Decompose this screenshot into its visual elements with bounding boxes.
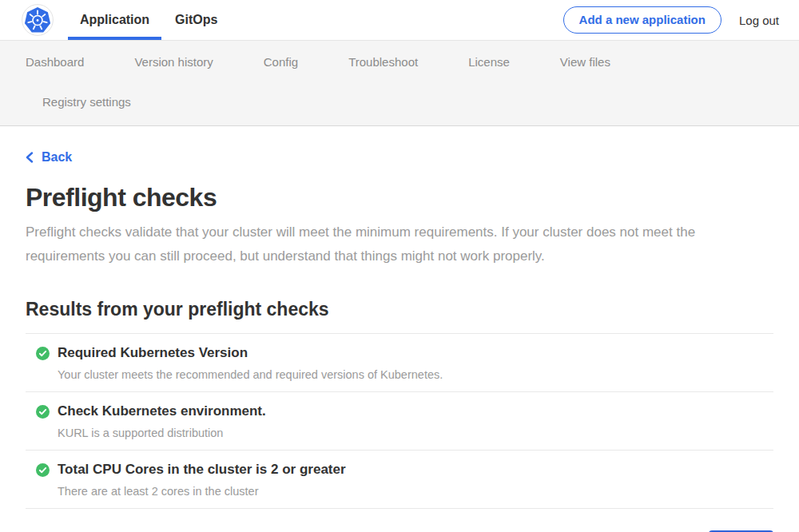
- check-body: Required Kubernetes Version Your cluster…: [58, 345, 443, 381]
- subnav-item-version-history[interactable]: Version history: [134, 50, 213, 74]
- preflight-check-row: Check Kubernetes environment. KURL is a …: [26, 392, 773, 450]
- back-link[interactable]: Back: [26, 150, 72, 165]
- tab-application-label: Application: [80, 13, 149, 27]
- app-subnav: Dashboard Version history Config Trouble…: [0, 41, 799, 126]
- kubernetes-logo: [22, 0, 54, 40]
- preflight-checks-page: Back Preflight checks Preflight checks v…: [0, 126, 799, 532]
- divider: [26, 508, 773, 509]
- chevron-left-icon: [26, 152, 34, 163]
- check-message: There are at least 2 cores in the cluste…: [58, 485, 346, 498]
- check-body: Total CPU Cores in the cluster is 2 or g…: [58, 462, 346, 498]
- primary-tabs: Application GitOps: [68, 0, 229, 40]
- check-message: Your cluster meets the recommended and r…: [58, 368, 443, 381]
- results-heading: Results from your preflight checks: [26, 299, 773, 320]
- back-label: Back: [42, 150, 72, 165]
- kubernetes-helm-icon: [22, 4, 54, 36]
- check-pass-icon: [36, 347, 50, 360]
- subnav-item-config[interactable]: Config: [264, 50, 298, 74]
- preflight-check-row: Total CPU Cores in the cluster is 2 or g…: [26, 451, 773, 508]
- check-pass-icon: [36, 463, 50, 477]
- subnav-item-dashboard[interactable]: Dashboard: [26, 50, 84, 74]
- page-description: Preflight checks validate that your clus…: [26, 220, 761, 268]
- page-title: Preflight checks: [26, 183, 773, 212]
- check-body: Check Kubernetes environment. KURL is a …: [58, 403, 266, 439]
- top-navbar: Application GitOps Add a new application…: [0, 0, 799, 41]
- subnav-item-view-files[interactable]: View files: [560, 50, 610, 74]
- check-message: KURL is a supported distribution: [58, 427, 266, 439]
- tab-gitops-label: GitOps: [175, 13, 217, 27]
- logout-link[interactable]: Log out: [739, 14, 779, 27]
- tab-application[interactable]: Application: [68, 0, 161, 40]
- subnav-item-troubleshoot[interactable]: Troubleshoot: [348, 50, 418, 74]
- topnav-actions: Add a new application Log out: [563, 0, 779, 40]
- preflight-check-row: Required Kubernetes Version Your cluster…: [26, 334, 773, 391]
- subnav-item-registry-settings[interactable]: Registry settings: [42, 90, 131, 114]
- check-title: Total CPU Cores in the cluster is 2 or g…: [58, 462, 346, 478]
- check-pass-icon: [36, 405, 50, 419]
- check-title: Required Kubernetes Version: [58, 345, 443, 361]
- tab-gitops[interactable]: GitOps: [163, 0, 229, 40]
- add-new-application-button[interactable]: Add a new application: [563, 6, 721, 34]
- check-title: Check Kubernetes environment.: [58, 403, 266, 419]
- subnav-item-license[interactable]: License: [468, 50, 510, 74]
